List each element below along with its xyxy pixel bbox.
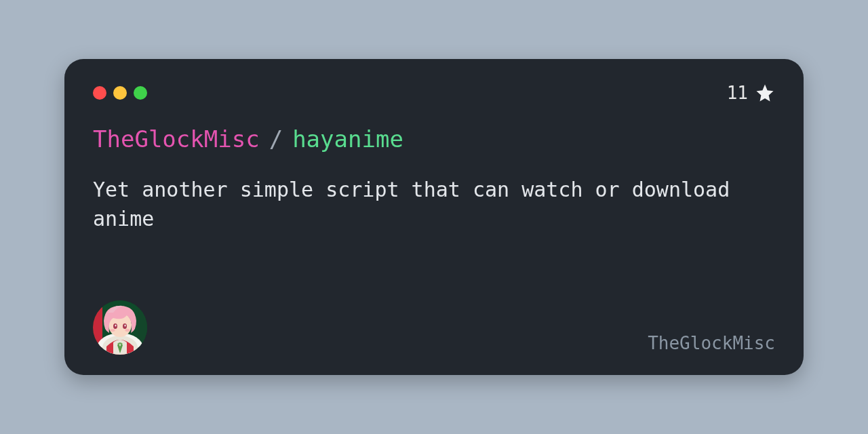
- repo-owner[interactable]: TheGlockMisc: [93, 125, 260, 153]
- title-separator: /: [269, 125, 283, 153]
- svg-point-8: [115, 325, 117, 327]
- star-count-value: 11: [727, 83, 748, 103]
- maximize-dot[interactable]: [134, 86, 147, 100]
- repo-description: Yet another simple script that can watch…: [93, 175, 744, 234]
- footer-username[interactable]: TheGlockMisc: [648, 333, 775, 355]
- minimize-dot[interactable]: [113, 86, 127, 100]
- card-topbar: 11: [93, 83, 775, 102]
- star-count: 11: [727, 83, 775, 103]
- repo-card: 11 TheGlockMisc / hayanime Yet another s…: [64, 59, 804, 375]
- avatar[interactable]: [93, 300, 147, 355]
- avatar-image: [93, 300, 147, 355]
- close-dot[interactable]: [93, 86, 106, 100]
- repo-name[interactable]: hayanime: [292, 125, 403, 153]
- traffic-lights: [93, 86, 147, 100]
- svg-point-9: [125, 325, 126, 327]
- svg-point-11: [125, 329, 130, 332]
- svg-point-10: [111, 329, 115, 332]
- repo-title: TheGlockMisc / hayanime: [93, 125, 775, 153]
- card-footer: TheGlockMisc: [93, 300, 775, 355]
- star-icon: [755, 83, 775, 103]
